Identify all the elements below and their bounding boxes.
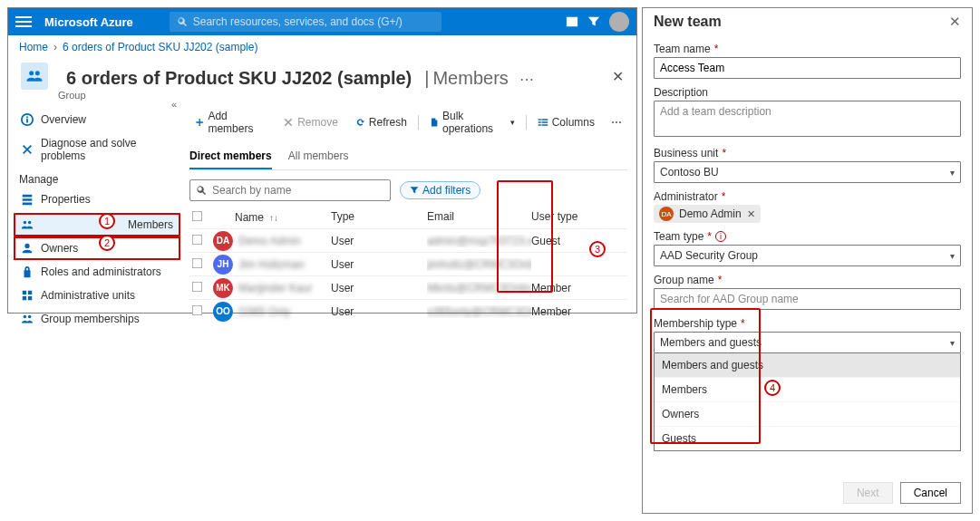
info-icon[interactable]: i xyxy=(715,231,726,242)
hamburger-icon[interactable] xyxy=(15,16,32,27)
nav-diagnose[interactable]: Diagnose and solve problems xyxy=(14,131,180,168)
row-checkbox[interactable] xyxy=(192,281,203,292)
remove-button: Remove xyxy=(277,114,344,130)
nav-members-label: Members xyxy=(128,218,173,231)
roles-icon xyxy=(21,265,34,278)
add-filters-button[interactable]: Add filters xyxy=(400,181,480,199)
col-email[interactable]: Email xyxy=(427,210,531,225)
bu-label: Business unit xyxy=(654,147,718,159)
admin-chip[interactable]: DA Demo Admin ✕ xyxy=(654,205,761,223)
cancel-button[interactable]: Cancel xyxy=(900,482,961,504)
membership-option[interactable]: Members xyxy=(655,377,960,401)
bulk-ops-button[interactable]: Bulk operations ▾ xyxy=(424,108,520,137)
col-type[interactable]: Type xyxy=(331,210,427,225)
refresh-label: Refresh xyxy=(369,116,407,129)
row-name: Demo Admin xyxy=(238,235,301,247)
blade-close-button[interactable]: ✕ xyxy=(612,68,624,85)
tab-all-members[interactable]: All members xyxy=(288,146,349,169)
owners-icon xyxy=(21,242,34,255)
row-checkbox[interactable] xyxy=(192,257,203,268)
refresh-button[interactable]: Refresh xyxy=(349,114,412,130)
membership-option[interactable]: Guests xyxy=(655,426,960,450)
nav-members[interactable]: Members xyxy=(14,213,180,236)
nav-overview[interactable]: Overview xyxy=(14,108,180,131)
membership-option[interactable]: Members and guests xyxy=(655,353,960,377)
cmd-divider-2 xyxy=(526,115,527,130)
table-row[interactable]: JHJim HoltzmanUserjimholtz@CRMC3Onli… xyxy=(189,252,627,275)
info-icon xyxy=(21,113,34,126)
dialog-form: Team name* Description Business unit* Co… xyxy=(643,43,972,451)
name-search[interactable] xyxy=(189,179,391,201)
table-row[interactable]: MKManjinder KaurUserMkrits@CRMC3Onlin…Me… xyxy=(189,275,627,299)
members-icon xyxy=(21,218,34,231)
more-cmd-button[interactable]: ⋯ xyxy=(606,114,627,130)
chevron-down-icon: ▾ xyxy=(950,338,955,348)
dialog-buttons: Next Cancel xyxy=(843,482,961,504)
breadcrumb-home[interactable]: Home xyxy=(19,41,48,53)
command-bar: Add members Remove Refresh Bulk operatio… xyxy=(189,104,627,140)
global-search-placeholder: Search resources, services, and docs (G+… xyxy=(193,15,403,28)
bu-value: Contoso BU xyxy=(660,166,719,178)
next-button: Next xyxy=(843,482,893,504)
svg-rect-10 xyxy=(541,119,548,121)
tab-direct-members[interactable]: Direct members xyxy=(189,146,272,169)
sort-icon[interactable]: ↑↓ xyxy=(269,213,278,223)
page-subtype: Group xyxy=(58,90,636,101)
col-name[interactable]: Name xyxy=(235,211,264,224)
diagnose-icon xyxy=(21,143,34,156)
document-icon xyxy=(430,117,439,128)
row-name: Manjinder Kaur xyxy=(238,282,312,294)
group-name-input[interactable] xyxy=(654,288,961,310)
row-type: User xyxy=(331,305,427,318)
name-search-input[interactable] xyxy=(212,184,384,197)
breadcrumb-page[interactable]: 6 orders of Product SKU JJ202 (sample) xyxy=(63,41,257,53)
page-title-separator: | xyxy=(424,68,429,89)
description-input[interactable] xyxy=(654,101,961,137)
select-all-checkbox[interactable] xyxy=(192,211,203,222)
topbar-actions xyxy=(566,12,629,32)
team-name-input[interactable] xyxy=(654,57,961,79)
membership-select[interactable]: Members and guests▾ xyxy=(654,332,961,353)
nav-group-memberships[interactable]: Group memberships xyxy=(14,307,180,331)
bulk-ops-label: Bulk operations xyxy=(442,110,507,135)
x-icon xyxy=(283,117,294,128)
row-checkbox[interactable] xyxy=(192,304,203,315)
left-nav: « Overview Diagnose and solve problems M… xyxy=(8,101,180,323)
new-team-dialog: New team ✕ Team name* Description Busine… xyxy=(642,7,973,514)
nav-admin-units[interactable]: Administrative units xyxy=(14,284,180,307)
table-row[interactable]: DADemo AdminUseradmin@msp763723.o…Guest xyxy=(189,228,627,252)
nav-admin-units-label: Administrative units xyxy=(41,289,135,302)
page-header: 6 orders of Product SKU JJ202 (sample) |… xyxy=(8,59,636,93)
team-type-label: Team type xyxy=(654,230,703,243)
row-avatar: MK xyxy=(213,278,233,298)
team-type-select[interactable]: AAD Security Group▾ xyxy=(654,245,961,266)
svg-rect-14 xyxy=(541,124,548,126)
row-name: O365 Only xyxy=(238,305,290,318)
svg-rect-6 xyxy=(28,296,32,300)
nav-owners[interactable]: Owners xyxy=(14,236,180,260)
membership-option[interactable]: Owners xyxy=(655,401,960,426)
remove-label: Remove xyxy=(297,116,338,129)
add-members-button[interactable]: Add members xyxy=(189,108,272,137)
console-icon[interactable] xyxy=(566,15,578,28)
bu-select[interactable]: Contoso BU▾ xyxy=(654,161,961,183)
nav-properties[interactable]: Properties xyxy=(14,188,180,211)
columns-button[interactable]: Columns xyxy=(532,114,600,130)
svg-rect-12 xyxy=(541,121,548,123)
dialog-close-button[interactable]: ✕ xyxy=(949,14,961,30)
row-name: Jim Holtzman xyxy=(238,258,305,271)
col-usertype[interactable]: User type xyxy=(531,210,586,225)
team-type-value: AAD Security Group xyxy=(660,249,758,262)
row-checkbox[interactable] xyxy=(192,234,203,245)
row-avatar: DA xyxy=(213,231,233,251)
table-row[interactable]: OOO365 OnlyUsero365only@CRMC3Onl…Member xyxy=(189,299,627,323)
page-more-icon[interactable]: ⋯ xyxy=(519,71,536,88)
filter-icon[interactable] xyxy=(587,15,600,28)
admin-remove-icon[interactable]: ✕ xyxy=(747,208,755,220)
global-search[interactable]: Search resources, services, and docs (G+… xyxy=(170,12,441,32)
collapse-nav-icon[interactable]: « xyxy=(171,99,177,110)
user-avatar[interactable] xyxy=(609,12,629,32)
admin-avatar: DA xyxy=(659,207,674,221)
nav-roles[interactable]: Roles and administrators xyxy=(14,260,180,284)
azure-portal-window: Microsoft Azure Search resources, servic… xyxy=(7,7,637,314)
